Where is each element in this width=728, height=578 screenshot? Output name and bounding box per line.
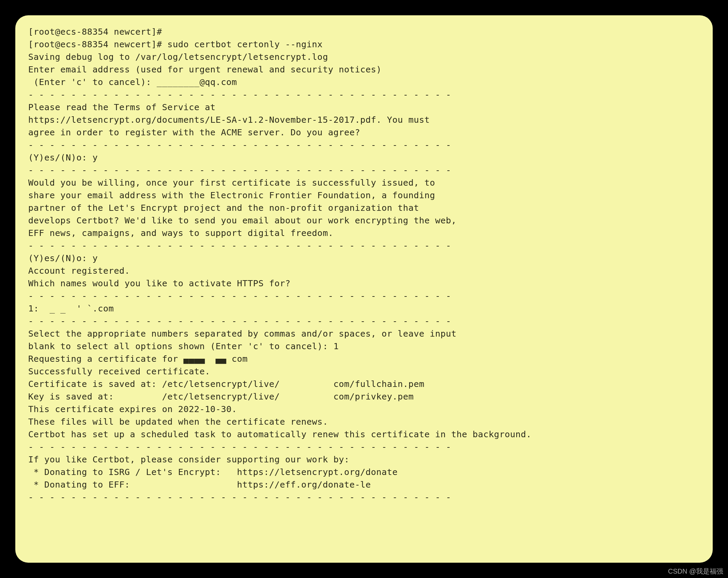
watermark-text: CSDN @我是福强 [668, 567, 723, 576]
terminal-line: This certificate expires on 2022-10-30. [28, 403, 700, 415]
terminal-line: Certbot has set up a scheduled task to a… [28, 428, 700, 441]
terminal-line: - - - - - - - - - - - - - - - - - - - - … [28, 290, 700, 302]
terminal-line: - - - - - - - - - - - - - - - - - - - - … [28, 164, 700, 176]
terminal-line: share your email address with the Electr… [28, 189, 700, 202]
terminal-line: Would you be willing, once your first ce… [28, 176, 700, 189]
terminal-line: develops Certbot? We'd like to send you … [28, 214, 700, 227]
terminal-line: - - - - - - - - - - - - - - - - - - - - … [28, 315, 700, 327]
terminal-line: 1: _ _ ' `.com [28, 302, 700, 315]
terminal-line: (Y)es/(N)o: y [28, 151, 700, 164]
terminal-line: Requesting a certificate for ▄▄▄▄ ▄▄ com [28, 353, 700, 365]
terminal-line: blank to select all options shown (Enter… [28, 340, 700, 353]
terminal-line: - - - - - - - - - - - - - - - - - - - - … [28, 88, 700, 101]
terminal-line: (Enter 'c' to cancel): ________@qq.com [28, 76, 700, 88]
terminal-line: Successfully received certificate. [28, 365, 700, 378]
terminal-line: Account registered. [28, 265, 700, 277]
terminal-line: Which names would you like to activate H… [28, 277, 700, 290]
terminal-line: partner of the Let's Encrypt project and… [28, 202, 700, 214]
terminal-line: agree in order to register with the ACME… [28, 126, 700, 139]
terminal-line: Key is saved at: /etc/letsencrypt/live/ … [28, 390, 700, 403]
terminal-line: EFF news, campaigns, and ways to support… [28, 227, 700, 239]
terminal-line: - - - - - - - - - - - - - - - - - - - - … [28, 441, 700, 453]
terminal-line: - - - - - - - - - - - - - - - - - - - - … [28, 239, 700, 252]
terminal-line: [root@ecs-88354 newcert]# [28, 26, 700, 38]
terminal-line: [root@ecs-88354 newcert]# sudo certbot c… [28, 38, 700, 51]
terminal-line: - - - - - - - - - - - - - - - - - - - - … [28, 491, 700, 504]
terminal-line: * Donating to ISRG / Let's Encrypt: http… [28, 466, 700, 478]
terminal-line: https://letsencrypt.org/documents/LE-SA-… [28, 114, 700, 126]
terminal-line: * Donating to EFF: https://eff.org/donat… [28, 478, 700, 491]
terminal-line: Certificate is saved at: /etc/letsencryp… [28, 378, 700, 390]
terminal-line: If you like Certbot, please consider sup… [28, 453, 700, 466]
terminal-line: Saving debug log to /var/log/letsencrypt… [28, 51, 700, 63]
terminal-line: Please read the Terms of Service at [28, 101, 700, 114]
terminal-line: (Y)es/(N)o: y [28, 252, 700, 265]
terminal-line: Select the appropriate numbers separated… [28, 327, 700, 340]
terminal-line: - - - - - - - - - - - - - - - - - - - - … [28, 139, 700, 151]
terminal-line: Enter email address (used for urgent ren… [28, 63, 700, 76]
terminal-line: These files will be updated when the cer… [28, 415, 700, 428]
terminal-window[interactable]: [root@ecs-88354 newcert]# [root@ecs-8835… [15, 15, 713, 563]
